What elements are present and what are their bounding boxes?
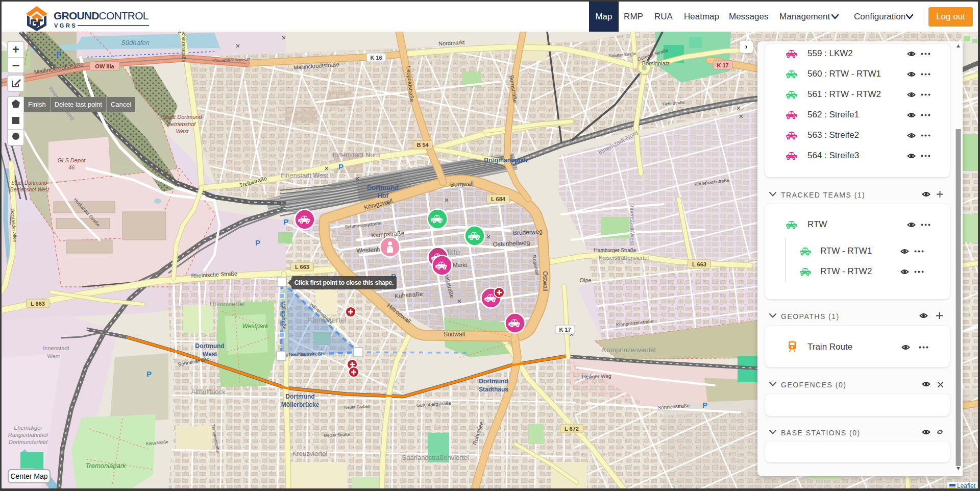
svg-text:K 17: K 17 — [717, 62, 728, 68]
svg-text:Südwall: Südwall — [444, 331, 465, 338]
svg-text:Kreuzviertel: Kreuzviertel — [292, 450, 328, 457]
svg-text:46: 46 — [68, 164, 75, 170]
svg-text:Stadthaus: Stadthaus — [479, 386, 508, 393]
svg-text:Dortmund: Dortmund — [195, 342, 224, 350]
svg-text:Möllerstraße: Möllerstraße — [281, 301, 287, 330]
svg-text:Unionviertel: Unionviertel — [210, 300, 245, 308]
svg-text:- Betriebshof: - Betriebshof — [164, 121, 196, 127]
svg-text:OW IIIa: OW IIIa — [95, 63, 114, 69]
svg-text:L 663: L 663 — [295, 264, 309, 270]
svg-text:Innenstadt West: Innenstadt West — [280, 171, 328, 179]
svg-text:P: P — [702, 401, 707, 409]
svg-text:West: West — [176, 128, 189, 134]
svg-text:P: P — [146, 370, 152, 378]
svg-text:L 663: L 663 — [31, 301, 45, 307]
svg-text:Kaiserstraßenviertel: Kaiserstraßenviertel — [599, 255, 649, 261]
svg-text:Möllerbrücke: Möllerbrücke — [281, 401, 320, 408]
svg-text:L 684: L 684 — [491, 196, 506, 202]
svg-text:Rangierbahnhof: Rangierbahnhof — [8, 432, 48, 438]
svg-text:Südhafen: Südhafen — [121, 39, 150, 46]
svg-text:P: P — [283, 217, 288, 226]
svg-text:Innenstadt Nord: Innenstadt Nord — [333, 151, 380, 159]
svg-text:Brügmannplatz: Brügmannplatz — [484, 157, 528, 164]
svg-text:P: P — [255, 238, 260, 247]
svg-text:Dortmund: Dortmund — [479, 378, 508, 385]
svg-text:Innenstadt: Innenstadt — [43, 345, 69, 351]
svg-text:Tremoniapark: Tremoniapark — [85, 462, 127, 470]
svg-text:West: West — [47, 353, 60, 359]
svg-text:GROUNDCONTROL: GROUNDCONTROL — [54, 10, 149, 21]
svg-text:Olpe: Olpe — [579, 277, 591, 283]
svg-text:Hamburger Straße: Hamburger Straße — [594, 248, 636, 253]
svg-text:Dortmund: Dortmund — [367, 184, 399, 191]
svg-text:Innenstadt-West: Innenstadt-West — [629, 204, 635, 245]
svg-text:Markt: Markt — [453, 262, 467, 268]
svg-text:K 17: K 17 — [559, 327, 571, 333]
svg-text:L 672: L 672 — [565, 426, 579, 432]
svg-text:P: P — [338, 162, 344, 171]
svg-text:Burgwall: Burgwall — [450, 180, 474, 188]
svg-text:Althoffblock: Althoffblock — [191, 388, 226, 396]
svg-text:B 54: B 54 — [416, 142, 429, 148]
svg-text:Heiliger Weg: Heiliger Weg — [582, 373, 611, 380]
svg-text:P: P — [56, 50, 61, 58]
svg-text:Ehemaliger: Ehemaliger — [14, 425, 43, 431]
svg-text:Ostwall: Ostwall — [542, 271, 549, 291]
svg-text:- Betriebshof West: - Betriebshof West — [7, 187, 50, 192]
svg-text:Saarlandstraßenviertel: Saarlandstraßenviertel — [402, 454, 469, 461]
svg-text:Stadt Dortmund: Stadt Dortmund — [11, 180, 47, 186]
svg-text:VGRS: VGRS — [54, 22, 77, 29]
svg-text:Dortmund: Dortmund — [285, 393, 314, 400]
svg-text:K 16: K 16 — [370, 55, 382, 61]
svg-text:Stadt Dortmund: Stadt Dortmund — [162, 114, 202, 120]
svg-text:Westpark: Westpark — [242, 323, 268, 330]
svg-text:Dortmunderfeld: Dortmunderfeld — [9, 439, 48, 445]
svg-text:GLS Depot: GLS Depot — [58, 157, 86, 163]
svg-text:L 663: L 663 — [692, 261, 706, 267]
svg-text:Kronprinzenviertel: Kronprinzenviertel — [602, 346, 656, 354]
svg-text:Borsigplatz: Borsigplatz — [642, 60, 670, 66]
svg-text:Schützenstraße: Schützenstraße — [181, 32, 186, 62]
